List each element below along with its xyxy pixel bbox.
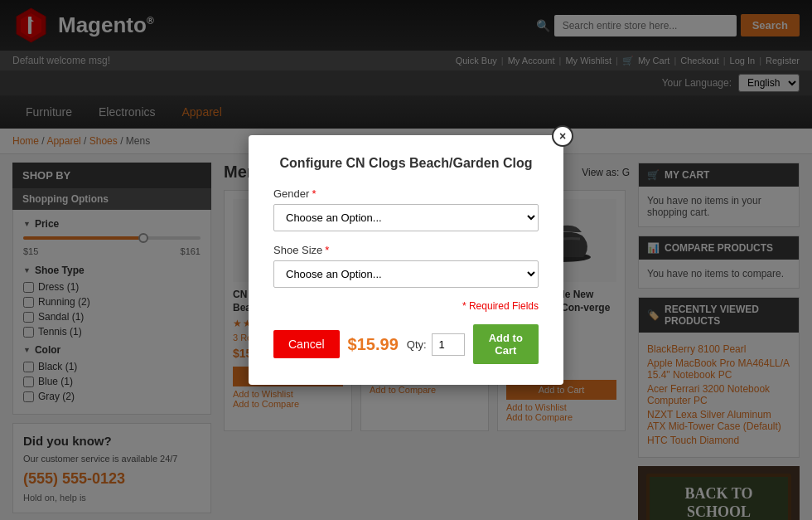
modal-cancel-button[interactable]: Cancel <box>273 330 340 358</box>
modal-title: Configure CN Clogs Beach/Garden Clog <box>273 156 539 171</box>
shoe-size-form-group: Shoe Size* Choose an Option... <box>273 244 539 288</box>
modal-overlay: × Configure CN Clogs Beach/Garden Clog G… <box>0 0 812 520</box>
modal-price: $15.99 <box>348 335 399 354</box>
modal-close-button[interactable]: × <box>552 125 573 147</box>
qty-label: Qty: <box>407 338 427 351</box>
modal-add-to-cart-button[interactable]: Add to Cart <box>473 324 539 364</box>
required-fields-note: * Required Fields <box>273 300 539 312</box>
shoe-size-required-star: * <box>325 244 329 256</box>
gender-required-star: * <box>312 187 316 200</box>
gender-label: Gender* <box>273 187 539 200</box>
configure-modal: × Configure CN Clogs Beach/Garden Clog G… <box>249 135 563 385</box>
shoe-size-select[interactable]: Choose an Option... <box>273 260 539 288</box>
qty-input[interactable] <box>432 333 465 356</box>
gender-form-group: Gender* Choose an Option... <box>273 187 539 231</box>
shoe-size-label: Shoe Size* <box>273 244 539 256</box>
qty-area: Qty: <box>407 333 465 356</box>
modal-footer: Cancel $15.99 Qty: Add to Cart <box>273 324 539 364</box>
gender-select[interactable]: Choose an Option... <box>273 204 539 231</box>
